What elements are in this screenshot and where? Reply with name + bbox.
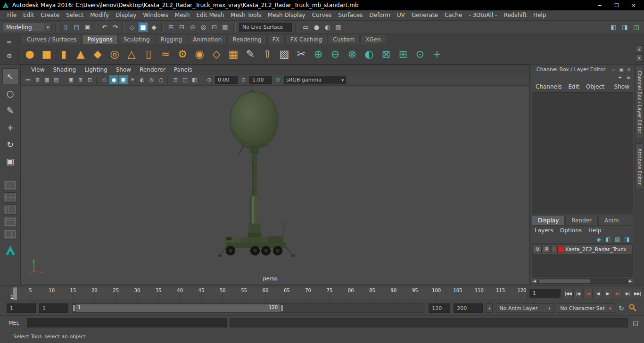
scroll-up-icon[interactable]: ▴ bbox=[636, 45, 643, 53]
layout-single-pane[interactable] bbox=[4, 180, 17, 190]
vp-menu-shading[interactable]: Shading bbox=[49, 65, 80, 74]
poly-cylinder-icon[interactable]: ▮ bbox=[56, 46, 72, 62]
menu-uv[interactable]: UV bbox=[394, 10, 408, 20]
live-surface-field[interactable]: No Live Surface bbox=[239, 23, 292, 32]
textured-icon[interactable]: ▣ bbox=[119, 75, 128, 84]
undo-icon[interactable]: ↶ bbox=[99, 22, 109, 32]
playback-start-field[interactable]: 1 bbox=[39, 303, 68, 313]
xray-icon[interactable]: ◫ bbox=[181, 75, 190, 84]
sync-layer-icon[interactable]: ◧ bbox=[604, 236, 612, 243]
lock-camera-icon[interactable]: ⊠ bbox=[33, 75, 42, 84]
script-editor-icon[interactable]: ▤ bbox=[631, 318, 640, 327]
radar-truck-model[interactable] bbox=[198, 87, 312, 277]
render-view-icon[interactable]: ▭ bbox=[301, 22, 311, 32]
select-by-hierarchy-icon[interactable]: ◇ bbox=[127, 22, 137, 32]
ipr-render-icon[interactable]: ◐ bbox=[322, 22, 332, 32]
shelf-menu-icon[interactable]: ≡ bbox=[7, 39, 12, 46]
poly-pipe-icon[interactable]: ▯ bbox=[140, 46, 157, 62]
shelf-tab-curves-surfaces[interactable]: Curves / Surfaces bbox=[22, 35, 82, 44]
range-slider-track[interactable]: 1 120 bbox=[72, 303, 425, 313]
save-scene-icon[interactable]: ▣ bbox=[83, 22, 92, 32]
maya-toolbox-logo-icon[interactable] bbox=[4, 244, 17, 256]
layer-row[interactable]: V P Kasta_2E2_Radar_Truck bbox=[533, 245, 632, 254]
minimize-button[interactable]: ─ bbox=[591, 1, 608, 9]
layer-tab-render[interactable]: Render bbox=[565, 216, 598, 225]
create-layer-from-selected-icon[interactable]: ◨ bbox=[623, 236, 631, 243]
command-line-input[interactable] bbox=[27, 318, 227, 327]
channel-list[interactable] bbox=[532, 92, 633, 214]
mirror-icon[interactable]: ⊠ bbox=[378, 46, 394, 62]
select-tool[interactable]: ↖ bbox=[2, 68, 18, 84]
shelf-tab-custom[interactable]: Custom bbox=[328, 35, 360, 44]
shelf-tab-fx[interactable]: FX bbox=[267, 35, 285, 44]
menu-file[interactable]: File bbox=[4, 10, 20, 20]
popout-icon[interactable]: ▣ bbox=[618, 66, 625, 73]
layer-playback-toggle[interactable]: P bbox=[543, 246, 551, 253]
maximize-button[interactable]: ☐ bbox=[608, 1, 625, 9]
select-camera-icon[interactable]: ▭ bbox=[24, 75, 33, 84]
layer-display-type-swatch[interactable] bbox=[552, 246, 556, 253]
outliner-toggle-icon[interactable]: ◧ bbox=[609, 22, 619, 32]
boolean-intersection-icon[interactable]: ⊗ bbox=[344, 46, 360, 62]
character-set-dropdown[interactable]: No Character Set ▾ bbox=[557, 303, 614, 313]
bevel-icon[interactable]: ▨ bbox=[276, 46, 292, 62]
playback-options-icon[interactable]: ↻ bbox=[619, 304, 624, 312]
menu-mesh-display[interactable]: Mesh Display bbox=[264, 10, 309, 20]
dock-icon[interactable]: ▫ bbox=[611, 66, 617, 73]
vp-menu-panels[interactable]: Panels bbox=[170, 65, 197, 74]
playback-end-field[interactable]: 120 bbox=[429, 303, 450, 313]
make-live-icon[interactable]: ▦ bbox=[220, 22, 230, 32]
poly-torus-icon[interactable]: ◎ bbox=[107, 46, 123, 62]
screen-space-ao-icon[interactable]: ◎ bbox=[147, 75, 156, 84]
menu-curves[interactable]: Curves bbox=[309, 10, 335, 20]
gamma-field[interactable]: 1.00 bbox=[249, 76, 272, 84]
scroll-down-icon[interactable]: ▾ bbox=[636, 54, 643, 62]
poly-plane-icon[interactable]: ◆ bbox=[90, 46, 106, 62]
step-forward-key-button[interactable]: ▶| bbox=[613, 289, 622, 298]
step-forward-frame-button[interactable]: ▶| bbox=[623, 289, 632, 298]
overscan-icon[interactable]: ⊡ bbox=[85, 75, 94, 84]
menu-surfaces[interactable]: Surfaces bbox=[335, 10, 366, 20]
render-settings-icon[interactable]: ▦ bbox=[333, 22, 343, 32]
scroll-right-icon[interactable]: ▶ bbox=[627, 278, 633, 284]
snap-to-point-icon[interactable]: ⊙ bbox=[188, 22, 198, 32]
menu-mesh[interactable]: Mesh bbox=[172, 10, 193, 20]
command-line-output[interactable] bbox=[230, 318, 628, 327]
sculpt-tool-icon[interactable]: ✎ bbox=[242, 46, 258, 62]
exposure-field[interactable]: 0.00 bbox=[215, 76, 238, 84]
poly-pyramid-icon[interactable]: △ bbox=[124, 46, 140, 62]
channel-box-toggle-icon[interactable]: ◨ bbox=[620, 22, 630, 32]
exposure-icon[interactable]: ⊙ bbox=[205, 75, 214, 84]
shadows-icon[interactable]: ◐ bbox=[138, 75, 147, 84]
vp-menu-show[interactable]: Show bbox=[112, 65, 135, 74]
poly-platonic-solid-icon[interactable]: ◇ bbox=[208, 46, 224, 62]
open-scene-icon[interactable]: ▤ bbox=[72, 22, 82, 32]
shelf-options-gear-icon[interactable]: ⚙ bbox=[7, 52, 12, 59]
snap-projected-center-icon[interactable]: ◎ bbox=[198, 22, 208, 32]
channel-menu-object[interactable]: Object bbox=[583, 83, 608, 90]
camera-attributes-icon[interactable]: ▦ bbox=[42, 75, 51, 84]
scale-tool[interactable]: ▣ bbox=[2, 153, 18, 169]
layer-tab-display[interactable]: Display bbox=[532, 216, 565, 225]
chevron-down-icon[interactable]: ▾ bbox=[44, 23, 51, 32]
extrude-icon[interactable]: ⇧ bbox=[259, 46, 275, 62]
poly-helix-icon[interactable]: ≈ bbox=[157, 46, 173, 62]
viewport-canvas[interactable]: y persp bbox=[21, 86, 529, 285]
shelf-tab-animation[interactable]: Animation bbox=[188, 35, 227, 44]
close-panel-icon[interactable]: × bbox=[626, 66, 632, 73]
step-back-frame-button[interactable]: |◀ bbox=[573, 289, 583, 298]
scrollbar-thumb[interactable] bbox=[539, 279, 590, 283]
shelf-tab-sculpting[interactable]: Sculpting bbox=[118, 35, 155, 44]
boolean-difference-icon[interactable]: ⊖ bbox=[327, 46, 343, 62]
menu-create[interactable]: Create bbox=[37, 10, 63, 20]
use-all-lights-icon[interactable]: ☀ bbox=[128, 75, 137, 84]
attribute-editor-side-tab[interactable]: Attribute Editor bbox=[636, 143, 644, 190]
isolate-select-icon[interactable]: ⊟ bbox=[171, 75, 180, 84]
menu-redshift[interactable]: Redshift bbox=[500, 10, 530, 20]
channel-menu-edit[interactable]: Edit bbox=[565, 83, 583, 90]
range-options-arrow-icon[interactable]: ▾ bbox=[486, 303, 493, 313]
combine-icon[interactable]: + bbox=[429, 46, 445, 62]
menu-set-selector[interactable]: Modeling ▾ bbox=[3, 23, 52, 32]
menu-modify[interactable]: Modify bbox=[87, 10, 112, 20]
shaded-icon[interactable]: ● bbox=[109, 75, 118, 84]
